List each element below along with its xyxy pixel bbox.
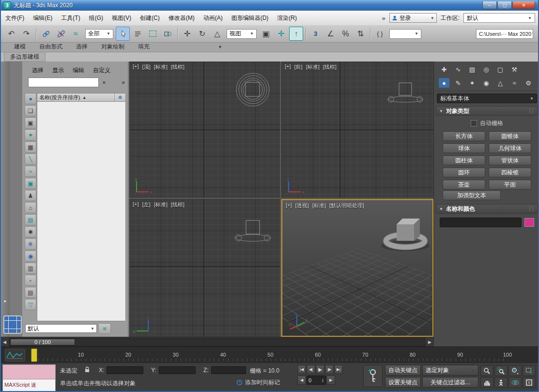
display-cameras-icon[interactable]: ▦: [25, 141, 36, 153]
create-menu[interactable]: 创建(C): [136, 11, 164, 25]
viewport-label-segment[interactable]: [默认明暗处理]: [329, 202, 364, 209]
listener-pane[interactable]: MAXScript 迷: [3, 379, 55, 391]
key-filters-button[interactable]: 关键点过滤器...: [422, 377, 478, 388]
snaps-toggle-button[interactable]: 3: [308, 27, 323, 41]
title-bar[interactable]: 3 无标题 - 3ds Max 2020 ─ ▢ ✕: [1, 0, 538, 11]
ribbon-tab-modeling[interactable]: 建模: [8, 42, 32, 52]
animation-menu[interactable]: 动画(A): [199, 11, 227, 25]
zoom-region-button[interactable]: [523, 365, 536, 376]
viewport-label-segment[interactable]: [线框]: [171, 63, 185, 71]
object-button-plane[interactable]: 平面: [489, 180, 531, 189]
viewport-label-segment[interactable]: [左]: [142, 201, 151, 208]
rendering-menu[interactable]: 渲染(R): [273, 11, 301, 25]
viewport-label-segment[interactable]: [线框]: [171, 201, 185, 208]
display-hidden-icon[interactable]: ▥: [25, 263, 36, 274]
polygon-modeling-panel[interactable]: 多边形建模: [4, 52, 46, 62]
viewport-layout-tab-bar[interactable]: ▸: [1, 62, 10, 337]
set-key-button[interactable]: 设置关键点: [385, 377, 421, 388]
keyboard-shortcut-override-toggle[interactable]: ↑: [289, 27, 303, 41]
explorer-search-input[interactable]: [28, 78, 99, 87]
modify-tab[interactable]: ∿: [453, 64, 463, 74]
object-button-torus[interactable]: 圆环: [443, 168, 485, 177]
spinner-snap-toggle[interactable]: ⇅: [354, 27, 368, 41]
viewport-label-segment[interactable]: [+]: [133, 201, 139, 208]
clear-search-icon[interactable]: ✕: [100, 78, 108, 86]
next-frame-button[interactable]: |▶: [325, 365, 334, 374]
active-layer-dropdown[interactable]: 默认 ▼: [25, 324, 97, 333]
viewport-label-segment[interactable]: [标准]: [312, 202, 326, 209]
viewport-label-segment[interactable]: [+]: [285, 63, 291, 71]
viewport-layout-grid-button[interactable]: [3, 315, 22, 334]
utilities-tab[interactable]: ⚒: [509, 64, 520, 74]
explorer-edit-menu[interactable]: 编辑: [69, 65, 88, 76]
select-by-name-button[interactable]: [131, 27, 145, 41]
redo-button[interactable]: ↷: [19, 27, 33, 41]
modifiers-menu[interactable]: 修改器(M): [164, 11, 199, 25]
viewport-label-segment[interactable]: [+]: [133, 63, 139, 71]
edit-menu[interactable]: 编辑(E): [29, 11, 57, 25]
minimize-button[interactable]: ─: [482, 1, 497, 9]
object-color-swatch[interactable]: [524, 218, 534, 227]
zoom-button[interactable]: [480, 365, 493, 376]
display-bones-icon[interactable]: ♟: [25, 190, 36, 201]
zoom-all-button[interactable]: [494, 365, 508, 376]
left-viewport[interactable]: [+][左][标准][线框] z y: [129, 199, 280, 337]
display-materials-icon[interactable]: ▫: [25, 275, 36, 286]
maximize-button[interactable]: ▢: [497, 1, 512, 9]
angle-snap-toggle[interactable]: ∠: [323, 27, 338, 41]
frame-spinner[interactable]: ▲▼: [322, 378, 324, 382]
object-button-pyramid[interactable]: 四棱锥: [489, 168, 531, 177]
previous-frame-button[interactable]: ◀|: [307, 365, 315, 374]
display-containers-icon[interactable]: ⌂: [25, 202, 36, 213]
maxscript-mini-listener[interactable]: MAXScript 迷: [2, 364, 56, 391]
graph-editors-menu[interactable]: 图形编辑器(D): [227, 11, 273, 25]
explorer-select-menu[interactable]: 选择: [28, 65, 47, 76]
expand-arrow-icon[interactable]: ▸: [2, 297, 9, 305]
named-selection-sets-dropdown[interactable]: ▼: [389, 29, 421, 39]
viewport-label-segment[interactable]: [标准]: [154, 201, 168, 208]
object-button-textplus[interactable]: 加强型文本: [443, 190, 501, 200]
frozen-column-header[interactable]: ❄: [115, 94, 125, 101]
group-menu[interactable]: 组(G): [85, 11, 108, 25]
workspace-dropdown[interactable]: 默认 ▼: [463, 13, 535, 23]
use-pivot-center-button[interactable]: ▣: [259, 27, 273, 41]
go-to-start-button[interactable]: |◀: [297, 365, 306, 374]
macro-recorder-pane[interactable]: [3, 365, 55, 379]
display-xrefs-icon[interactable]: ✱: [25, 226, 36, 237]
tools-menu[interactable]: 工具(T): [57, 11, 84, 25]
close-button[interactable]: ✕: [512, 1, 535, 9]
viewport-label-segment[interactable]: [顶]: [142, 63, 151, 71]
frame-forward-button[interactable]: ▶: [326, 376, 335, 385]
viewport-label-segment[interactable]: [透视]: [295, 202, 309, 209]
ribbon-collapse-button[interactable]: ▼: [218, 45, 222, 49]
login-dropdown[interactable]: 登录 ▼: [389, 13, 437, 23]
walk-through-button[interactable]: [494, 377, 508, 388]
select-and-scale-button[interactable]: △: [210, 27, 224, 41]
display-spacewarps-icon[interactable]: ≈: [25, 166, 36, 177]
previous-frame-arrow[interactable]: ◀: [1, 338, 8, 346]
z-coordinate-field[interactable]: [211, 366, 246, 374]
geometry-category-dropdown[interactable]: 标准基本体 ▼: [437, 94, 537, 103]
explorer-overflow-icon[interactable]: »: [122, 79, 126, 86]
pan-button[interactable]: [480, 377, 493, 388]
select-and-move-button[interactable]: ✛: [180, 27, 194, 41]
explorer-object-list[interactable]: [37, 102, 126, 321]
explorer-customize-menu[interactable]: 自定义: [89, 65, 114, 76]
window-crossing-toggle-button[interactable]: [161, 27, 175, 41]
go-to-end-button[interactable]: ▶|: [334, 365, 343, 374]
next-frame-arrow[interactable]: ▶: [426, 338, 433, 346]
ribbon-tab-freeform[interactable]: 自由形式: [33, 42, 69, 52]
ribbon-tab-selection[interactable]: 选择: [70, 42, 94, 52]
current-time-marker[interactable]: [31, 348, 37, 362]
reference-coordinate-dropdown[interactable]: 视图 ▼: [227, 29, 257, 39]
perspective-viewport[interactable]: [+][透视][标准][默认明暗处理] z: [281, 199, 433, 337]
column-options-icon[interactable]: ▤: [25, 287, 36, 298]
maximize-viewport-toggle[interactable]: [523, 377, 536, 388]
display-frozen-icon[interactable]: ❄: [25, 238, 36, 250]
name-column-header[interactable]: 名称(按升序排序) ▲: [37, 94, 115, 101]
time-slider-track[interactable]: 0 / 100: [9, 338, 426, 346]
viewport-label-segment[interactable]: [标准]: [154, 63, 168, 71]
top-viewport[interactable]: [+][顶][标准][线框] y x: [129, 62, 280, 198]
display-geometry-icon[interactable]: ▣: [25, 117, 36, 128]
edit-named-selection-sets-button[interactable]: { }: [373, 27, 387, 41]
